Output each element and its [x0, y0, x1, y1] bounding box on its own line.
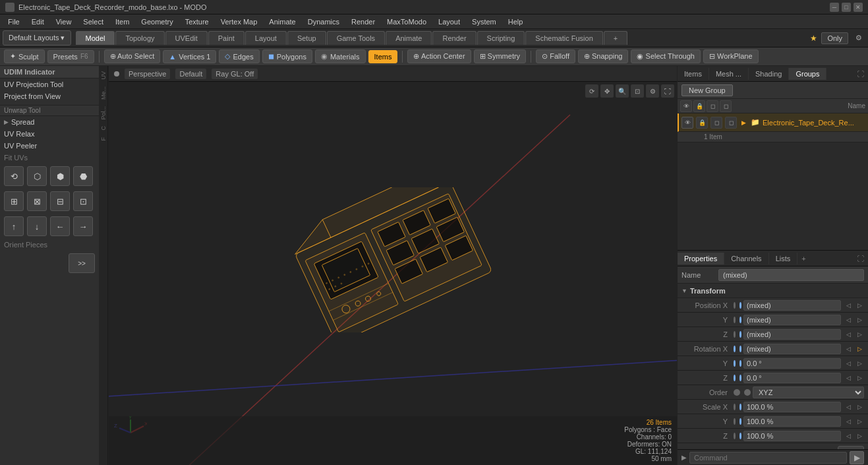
pos-x-key[interactable]: ◁	[844, 301, 853, 310]
menu-layout[interactable]: Layout	[433, 16, 465, 27]
project-from-view-tool[interactable]: Project from View	[0, 90, 99, 102]
tab-topology[interactable]: Topology	[115, 31, 164, 45]
groups-item-row[interactable]: 👁 🔒 ◻ ◻ ▶ 📁 Electronic_Tape_Deck_Re...	[678, 113, 868, 132]
grid-btn-7[interactable]: ⊟	[50, 191, 70, 211]
scale-x-value[interactable]	[743, 402, 841, 412]
edges-btn[interactable]: ◇ Edges	[219, 49, 259, 63]
scale-y-anim[interactable]: ▷	[855, 417, 864, 426]
rpanel-expand[interactable]: ⛶	[853, 68, 868, 80]
pos-z-key[interactable]: ◁	[844, 330, 853, 339]
menu-edit[interactable]: Edit	[26, 16, 49, 27]
selectthrough-btn[interactable]: ◉ Select Through	[631, 49, 700, 63]
order-dot2[interactable]	[744, 389, 751, 396]
grid-btn-5[interactable]: ⊞	[4, 191, 24, 211]
scale-y-value[interactable]	[743, 416, 841, 427]
transform-section[interactable]: ▼ Transform	[678, 284, 868, 298]
tab-lists[interactable]: Lists	[769, 253, 798, 264]
tab-render[interactable]: Render	[432, 31, 476, 45]
scale-z-anim[interactable]: ▷	[855, 431, 864, 441]
more-btn[interactable]: >>	[69, 253, 95, 273]
menu-vertexmap[interactable]: Vertex Map	[216, 16, 263, 27]
grid-btn-4[interactable]: ⬣	[73, 166, 93, 186]
tab-animate[interactable]: Animate	[386, 31, 432, 45]
rot-y-dot2[interactable]	[739, 360, 741, 367]
pos-z-dot2[interactable]	[739, 331, 741, 338]
scale-z-value[interactable]	[743, 431, 841, 441]
scale-y-dot[interactable]	[734, 418, 736, 425]
rot-y-value[interactable]	[743, 358, 841, 369]
tab-properties[interactable]: Properties	[678, 253, 724, 264]
tab-add[interactable]: +	[604, 31, 627, 45]
polygons-btn[interactable]: ◼ Polygons	[262, 49, 312, 63]
props-add-btn[interactable]: +	[797, 253, 809, 264]
pos-y-value[interactable]	[743, 315, 841, 325]
tab-model[interactable]: Model	[76, 31, 115, 45]
raygl-label[interactable]: Ray GL: Off	[212, 69, 258, 79]
sculpt-tool[interactable]: ✦ Sculpt	[4, 49, 45, 63]
tab-items[interactable]: Items	[678, 68, 709, 80]
tab-scripting[interactable]: Scripting	[477, 31, 525, 45]
rot-x-value[interactable]	[743, 344, 841, 354]
snapping-btn[interactable]: ⊕ Snapping	[578, 49, 629, 63]
scale-x-dot[interactable]	[734, 404, 736, 410]
arrow-down[interactable]: ↓	[27, 216, 47, 236]
falloff-btn[interactable]: ⊙ Falloff	[536, 49, 575, 63]
scale-y-key[interactable]: ◁	[844, 417, 853, 426]
pos-z-value[interactable]	[743, 329, 841, 340]
render-icon[interactable]: ◻	[707, 100, 718, 112]
name-input[interactable]	[718, 269, 864, 281]
window-controls[interactable]: ─ □ ✕	[830, 3, 863, 12]
menu-maxtomodo[interactable]: MaxToModo	[382, 16, 432, 27]
props-expand-btn[interactable]: ⛶	[853, 253, 868, 264]
item-type-icon[interactable]: ◻	[725, 117, 737, 129]
menu-geometry[interactable]: Geometry	[136, 16, 178, 27]
rot-z-anim[interactable]: ▷	[855, 373, 864, 383]
order-dot[interactable]	[734, 389, 740, 396]
workplane-btn[interactable]: ⊟ WorkPlane	[703, 49, 759, 63]
rot-x-dot[interactable]	[734, 346, 736, 352]
menu-render[interactable]: Render	[346, 16, 380, 27]
pos-y-anim[interactable]: ▷	[855, 315, 864, 325]
tab-channels[interactable]: Channels	[724, 253, 768, 264]
rot-z-dot2[interactable]	[739, 375, 741, 381]
scene3d[interactable]: X Y Z	[109, 82, 677, 465]
scale-z-dot2[interactable]	[739, 433, 741, 439]
tab-paint[interactable]: Paint	[208, 31, 245, 45]
order-select[interactable]: XYZ	[753, 387, 864, 398]
arrow-right[interactable]: →	[73, 216, 93, 236]
rot-y-key[interactable]: ◁	[844, 359, 853, 368]
rot-z-value[interactable]	[743, 373, 841, 383]
scale-x-anim[interactable]: ▷	[855, 402, 864, 412]
maximize-button[interactable]: □	[842, 3, 851, 12]
vertices-btn[interactable]: ▲ Vertices 1	[163, 50, 216, 63]
menu-dynamics[interactable]: Dynamics	[303, 16, 345, 27]
rot-y-anim[interactable]: ▷	[855, 359, 864, 368]
orient-pieces-tool[interactable]: Orient Pieces	[0, 239, 99, 251]
menu-help[interactable]: Help	[503, 16, 529, 27]
spread-tool[interactable]: ▶ Spread	[0, 116, 99, 128]
gear-icon[interactable]: ⚙	[852, 32, 865, 45]
pos-x-dot[interactable]	[734, 302, 736, 309]
menu-item[interactable]: Item	[110, 16, 134, 27]
command-input[interactable]	[689, 452, 847, 464]
menu-system[interactable]: System	[467, 16, 502, 27]
props-scroll[interactable]: ▼ Transform Position X ◁ ▷ Y	[678, 284, 868, 449]
default-label[interactable]: Default	[175, 69, 206, 79]
tab-uvedit[interactable]: UVEdit	[165, 31, 208, 45]
items-btn[interactable]: Items	[368, 50, 398, 63]
tab-mesh[interactable]: Mesh ...	[709, 68, 749, 80]
tab-groups[interactable]: Groups	[789, 68, 826, 80]
perspective-label[interactable]: Perspective	[125, 69, 170, 79]
menu-file[interactable]: File	[3, 16, 25, 27]
item-eye-icon[interactable]: 👁	[681, 117, 693, 129]
pos-z-dot[interactable]	[734, 331, 736, 338]
rot-y-dot[interactable]	[734, 360, 736, 367]
presets-tool[interactable]: Presets F6	[47, 50, 94, 63]
tab-gametools[interactable]: Game Tools	[327, 31, 386, 45]
scale-y-dot2[interactable]	[739, 418, 741, 425]
tab-shading[interactable]: Shading	[749, 68, 789, 80]
grid-btn-8[interactable]: ⊡	[73, 191, 93, 211]
pos-y-key[interactable]: ◁	[844, 315, 853, 325]
scale-x-key[interactable]: ◁	[844, 402, 853, 412]
pos-x-value[interactable]	[743, 300, 841, 311]
